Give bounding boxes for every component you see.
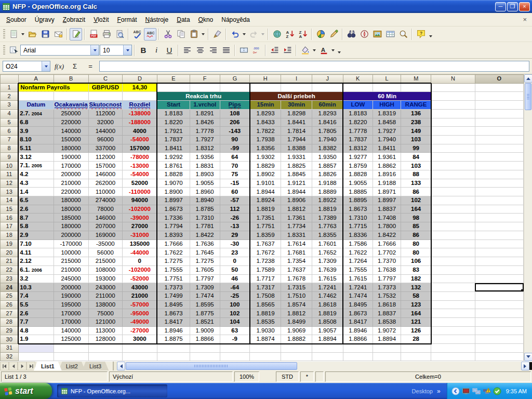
cell-I22[interactable]: 1.7637 xyxy=(281,265,312,274)
cell-G10[interactable]: 70 xyxy=(220,162,250,170)
cell-A15[interactable]: 2.6 xyxy=(18,205,54,214)
cell-J31[interactable] xyxy=(312,344,343,353)
col-header-M[interactable]: M xyxy=(401,75,431,84)
cell-F11[interactable]: 1.8903 xyxy=(190,170,220,179)
cell-J25[interactable]: 1.7462 xyxy=(312,291,343,300)
redo-icon[interactable] xyxy=(247,28,260,41)
row-header-9[interactable]: 9 xyxy=(1,153,19,162)
print-icon[interactable] xyxy=(100,28,113,41)
cell-D18[interactable]: -31000 xyxy=(123,231,157,240)
cell-D4[interactable]: -138000 xyxy=(123,109,157,118)
cell-N23[interactable] xyxy=(431,274,475,283)
equals-icon[interactable]: = xyxy=(84,61,97,72)
cell-L25[interactable]: 1.7532 xyxy=(373,291,401,300)
cell-J12[interactable]: 1.9188 xyxy=(312,179,343,188)
cell-H29[interactable]: 1.9030 xyxy=(250,326,281,335)
cell-J16[interactable]: 1.7389 xyxy=(312,214,343,222)
table-header-datum[interactable]: Datum xyxy=(18,100,54,109)
cell-K18[interactable]: 1.8336 xyxy=(343,231,373,240)
sort-asc-icon[interactable]: AZ xyxy=(284,28,296,41)
cell-K31[interactable] xyxy=(343,344,373,353)
cell-L8[interactable]: 1.8411 xyxy=(373,144,401,153)
cell-H19[interactable]: 1.7637 xyxy=(250,240,281,248)
cell-C7[interactable]: 96000 xyxy=(88,135,123,144)
row-header-21[interactable]: 21 xyxy=(1,257,19,265)
cell-L20[interactable]: 1.7702 xyxy=(373,248,401,257)
cell-F19[interactable]: 1.7636 xyxy=(190,240,220,248)
cell-N12[interactable] xyxy=(431,179,475,188)
cell-H4[interactable]: 1.8293 xyxy=(250,109,281,118)
cell-N15[interactable] xyxy=(431,205,475,214)
cell-O27[interactable] xyxy=(475,309,523,318)
cell-B25[interactable]: 190000 xyxy=(54,291,88,300)
cell-O8[interactable] xyxy=(475,144,523,153)
cell-E12[interactable]: 1.9070 xyxy=(157,179,190,188)
brush-icon[interactable] xyxy=(211,28,223,41)
cell-I7[interactable]: 1.7944 xyxy=(281,135,312,144)
cell-G32[interactable] xyxy=(220,352,250,361)
cell-I16[interactable]: 1.7361 xyxy=(281,214,312,222)
cell-N3[interactable] xyxy=(431,100,475,109)
pdf-icon[interactable]: PDF xyxy=(87,28,100,41)
scroll-left-icon[interactable] xyxy=(117,362,125,370)
cell-N19[interactable] xyxy=(431,240,475,248)
cell-E11[interactable]: 1.8828 xyxy=(157,170,190,179)
cell-F23[interactable]: 1.7797 xyxy=(190,274,220,283)
cell-O12[interactable] xyxy=(475,179,523,188)
cell-J26[interactable]: 1.8618 xyxy=(312,300,343,309)
cell-A5[interactable]: 6.8 xyxy=(18,118,54,127)
cell-H24[interactable]: 1.7317 xyxy=(250,283,281,292)
cell-K29[interactable]: 1.8946 xyxy=(343,326,373,335)
cell-H6[interactable]: 1.7822 xyxy=(250,127,281,136)
cell-F1[interactable] xyxy=(190,83,220,92)
bgcolor-dropdown-icon[interactable] xyxy=(312,44,317,57)
row-header-29[interactable]: 29 xyxy=(1,326,19,335)
cell-M16[interactable]: 98 xyxy=(401,214,431,222)
cell-C2[interactable] xyxy=(88,92,123,101)
cell-K1[interactable] xyxy=(343,83,373,92)
select-all-corner[interactable] xyxy=(1,75,19,84)
minimize-button[interactable]: ─ xyxy=(495,2,506,11)
cell-I24[interactable]: 1.7315 xyxy=(281,283,312,292)
horizontal-scroll-thumb[interactable] xyxy=(126,362,297,370)
cell-C9[interactable]: 112000 xyxy=(88,153,123,162)
col-header-O[interactable]: O xyxy=(475,75,523,84)
signature-box[interactable] xyxy=(315,371,324,382)
cell-K32[interactable] xyxy=(343,352,373,361)
cell-H28[interactable]: 1.8535 xyxy=(250,318,281,327)
cell-J17[interactable]: 1.7763 xyxy=(312,222,343,231)
cell-O6[interactable] xyxy=(475,127,523,136)
row-header-1[interactable]: 1 xyxy=(1,83,19,92)
cell-A2[interactable] xyxy=(18,92,54,101)
cell-L28[interactable]: 1.8538 xyxy=(373,318,401,327)
cell-L1[interactable] xyxy=(373,83,401,92)
cell-E7[interactable]: 1.7837 xyxy=(157,135,190,144)
cell-B24[interactable]: 200000 xyxy=(54,283,88,292)
cell-L15[interactable]: 1.8837 xyxy=(373,205,401,214)
cell-I14[interactable]: 1.8906 xyxy=(281,196,312,205)
row-header-4[interactable]: 4 xyxy=(1,109,19,118)
row-header-13[interactable]: 13 xyxy=(1,188,19,196)
cell-K19[interactable]: 1.7586 xyxy=(343,240,373,248)
toolbar-overflow-icon[interactable] xyxy=(428,28,434,41)
cell-F28[interactable]: 1.8521 xyxy=(190,318,220,327)
cell-C12[interactable]: 262000 xyxy=(88,179,123,188)
cell-A21[interactable]: 2.12 xyxy=(18,257,54,265)
cell-J32[interactable] xyxy=(312,352,343,361)
scroll-up-icon[interactable] xyxy=(524,74,532,83)
col-header-D[interactable]: D xyxy=(123,75,157,84)
cell-O32[interactable] xyxy=(475,352,523,361)
function-wizard-icon[interactable]: f(x) xyxy=(52,61,66,72)
indent-dec-icon[interactable] xyxy=(268,44,281,57)
row-header-5[interactable]: 5 xyxy=(1,118,19,127)
cell-H23[interactable]: 1.7717 xyxy=(250,274,281,283)
cell-N13[interactable] xyxy=(431,188,475,196)
cell-I28[interactable]: 1.8499 xyxy=(281,318,312,327)
cell-C27[interactable]: 75000 xyxy=(88,309,123,318)
cell-M19[interactable]: 80 xyxy=(401,240,431,248)
cell-J8[interactable]: 1.8382 xyxy=(312,144,343,153)
cell-E9[interactable]: 1.9292 xyxy=(157,153,190,162)
cell-F31[interactable] xyxy=(190,344,220,353)
cell-I13[interactable]: 1.8944 xyxy=(281,188,312,196)
cell-H11[interactable]: 1.8902 xyxy=(250,170,281,179)
